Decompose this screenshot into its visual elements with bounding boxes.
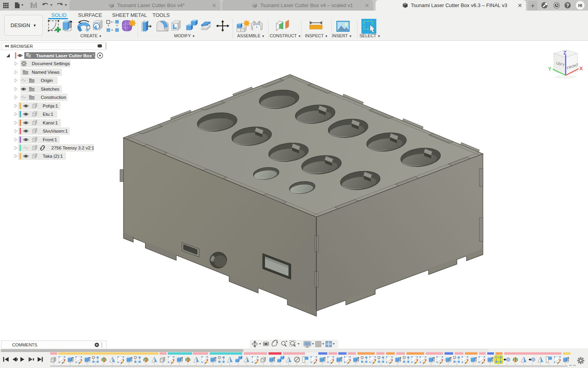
svg-text:SivuVasen:1: SivuVasen:1	[43, 129, 68, 133]
svg-text:Taka (2):1: Taka (2):1	[43, 154, 63, 158]
svg-text:X: X	[579, 66, 583, 71]
svg-text:Kansi:1: Kansi:1	[43, 120, 58, 125]
svg-text:Named Views: Named Views	[32, 70, 60, 75]
svg-text:Sketches: Sketches	[41, 87, 60, 91]
svg-text:?: ?	[566, 3, 569, 8]
svg-text:Document Settings: Document Settings	[32, 61, 70, 66]
svg-text:Z: Z	[563, 50, 566, 56]
svg-text:HI: HI	[578, 4, 582, 8]
svg-text:Pohja:1: Pohja:1	[43, 104, 58, 108]
svg-text:BROWSER: BROWSER	[11, 44, 33, 49]
svg-text:Front:1: Front:1	[43, 137, 57, 142]
svg-text:Origin: Origin	[41, 78, 53, 83]
svg-text:Etu:1: Etu:1	[43, 112, 53, 117]
svg-text:Y: Y	[548, 66, 552, 72]
svg-text:Construction: Construction	[41, 95, 66, 100]
svg-text:2756 Teensy 3.2 v2:1: 2756 Teensy 3.2 v2:1	[51, 146, 94, 150]
svg-text:Tsunami Laser Cutter Box '...: Tsunami Laser Cutter Box '...	[36, 53, 98, 58]
